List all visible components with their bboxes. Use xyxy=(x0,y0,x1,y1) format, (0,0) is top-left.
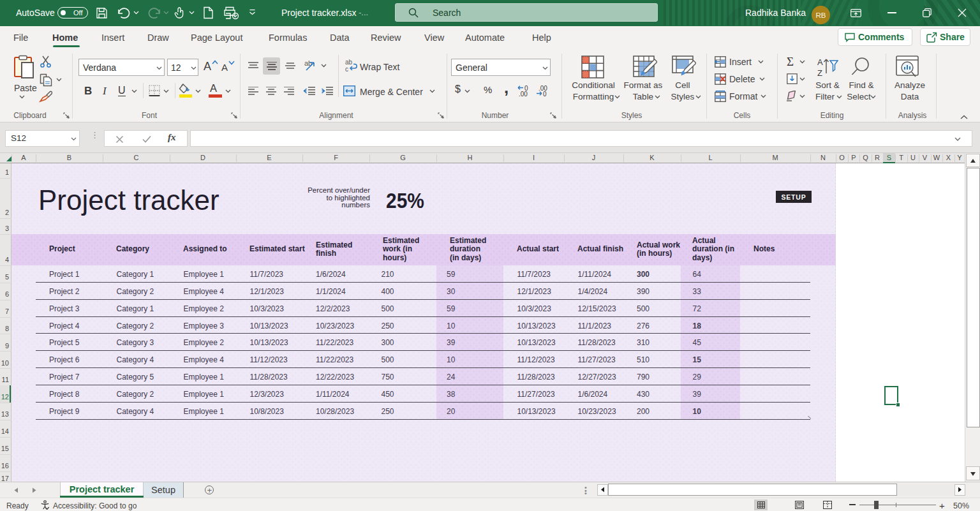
svg-text:0: 0 xyxy=(543,91,547,97)
svg-text:Z: Z xyxy=(817,68,822,78)
svg-text:ab: ab xyxy=(345,59,353,66)
svg-text:.00: .00 xyxy=(519,91,528,97)
svg-text:c: c xyxy=(345,66,348,71)
svg-text:A: A xyxy=(817,57,823,67)
